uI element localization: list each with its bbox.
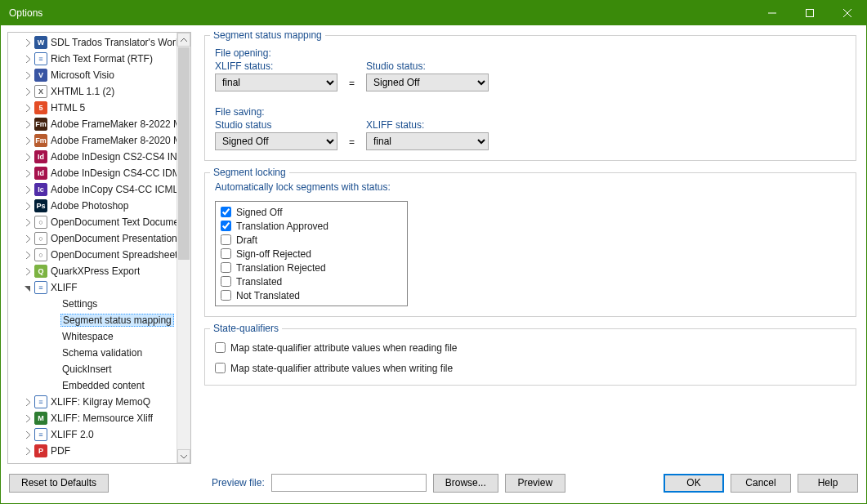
expander-icon[interactable] — [23, 430, 33, 439]
scroll-down-button[interactable] — [177, 449, 190, 463]
tree-item-label: PDF — [51, 445, 70, 457]
map-reading-label: Map state-qualifier attribute values whe… — [230, 342, 458, 354]
tree-item[interactable]: XXHTML 1.1 (2) — [8, 83, 177, 100]
tree-item[interactable]: IcAdobe InCopy CS4-CC ICML — [8, 181, 177, 198]
cancel-button[interactable]: Cancel — [731, 474, 791, 493]
tree-item[interactable]: ≡Rich Text Format (RTF) — [8, 51, 177, 67]
tree-item[interactable]: 5HTML 5 — [8, 100, 177, 116]
preview-file-input[interactable] — [271, 474, 427, 492]
expander-icon[interactable] — [23, 250, 33, 260]
lock-status-checkbox[interactable] — [221, 248, 231, 259]
tree-item[interactable]: Embedded content — [8, 377, 177, 394]
map-reading-checkbox[interactable] — [215, 342, 226, 353]
expander-icon[interactable] — [23, 87, 33, 96]
expander-icon[interactable] — [23, 413, 33, 423]
saving-xliff-combo[interactable]: final — [366, 132, 489, 150]
tree-item[interactable]: VMicrosoft Visio — [8, 67, 177, 83]
expander-icon[interactable] — [23, 119, 33, 129]
tree-item-label: XLIFF: Memsource Xliff — [51, 413, 153, 424]
expander-icon[interactable] — [23, 283, 33, 292]
file-type-icon: ○ — [34, 232, 47, 245]
tree-item[interactable]: ○OpenDocument Spreadsheet ( — [8, 247, 177, 263]
tree-item[interactable]: ○OpenDocument Text Documen — [8, 214, 177, 230]
preview-button[interactable]: Preview — [505, 474, 565, 493]
expander-icon[interactable] — [23, 446, 33, 456]
options-window: Options WSDL Trados Translator's Workb≡R… — [0, 0, 867, 504]
equals-icon: = — [346, 136, 358, 150]
tree-item[interactable]: Schema validation — [8, 345, 177, 361]
expander-icon[interactable] — [23, 266, 33, 276]
browse-button[interactable]: Browse... — [433, 474, 498, 493]
lock-status-checkbox[interactable] — [221, 207, 231, 217]
opening-xliff-combo[interactable]: final — [215, 74, 337, 91]
expander-icon[interactable] — [23, 103, 33, 113]
tree-item[interactable]: Whitespace — [8, 328, 177, 345]
tree-scrollbar[interactable] — [177, 33, 190, 463]
expander-icon[interactable] — [23, 152, 33, 162]
lock-status-checkbox[interactable] — [221, 276, 231, 287]
saving-studio-combo[interactable]: Signed Off — [215, 132, 337, 150]
lock-status-checkbox[interactable] — [221, 234, 231, 245]
tree-item[interactable]: PsAdobe Photoshop — [8, 198, 177, 214]
file-type-icon: ≡ — [34, 428, 47, 441]
help-button[interactable]: Help — [798, 474, 858, 493]
expander-icon[interactable] — [23, 397, 33, 407]
tree-item[interactable]: QQuarkXPress Export — [8, 263, 177, 279]
file-type-icon: Ps — [34, 199, 47, 212]
map-writing-checkbox[interactable] — [215, 363, 226, 373]
expander-icon[interactable] — [23, 70, 33, 80]
locking-description: Automatically lock segments with status: — [215, 181, 846, 193]
ok-button[interactable]: OK — [664, 474, 724, 493]
file-type-icon: ≡ — [34, 281, 47, 294]
expander-icon[interactable] — [23, 54, 33, 64]
lock-status-checkbox[interactable] — [221, 290, 231, 301]
scroll-up-button[interactable] — [177, 33, 190, 47]
tree-item[interactable]: FmAdobe FrameMaker 8-2020 MI — [8, 132, 177, 149]
file-type-icon: V — [34, 69, 47, 82]
reset-defaults-button[interactable]: Reset to Defaults — [9, 474, 109, 493]
maximize-button[interactable] — [791, 1, 829, 25]
expander-icon[interactable] — [23, 201, 33, 211]
lock-status-checkbox[interactable] — [221, 221, 231, 231]
tree-item[interactable]: FmAdobe FrameMaker 8-2022 MI — [8, 116, 177, 132]
tree-item[interactable]: ≡XLIFF 2.0 — [8, 426, 177, 443]
tree-item[interactable]: Segment status mapping — [8, 312, 177, 328]
tree-item[interactable]: WSDL Trados Translator's Workb — [8, 34, 177, 51]
file-type-icon: Q — [34, 265, 47, 278]
lock-status-item: Not Translated — [221, 288, 402, 302]
tree-item-label: Rich Text Format (RTF) — [51, 53, 153, 65]
expander-icon[interactable] — [23, 185, 33, 194]
options-tree: WSDL Trados Translator's Workb≡Rich Text… — [7, 32, 191, 464]
opening-studio-combo[interactable]: Signed Off — [366, 74, 489, 91]
tree-item-label: Adobe InDesign CS2-CS4 INX — [51, 151, 177, 163]
lock-status-checkbox[interactable] — [221, 262, 231, 273]
tree-item[interactable]: MXLIFF: Memsource Xliff — [8, 410, 177, 426]
tree-item[interactable]: ○OpenDocument Presentation ( — [8, 230, 177, 247]
tree-item-label: Adobe Photoshop — [51, 200, 128, 212]
tree-item-label: Adobe InDesign CS4-CC IDML — [51, 167, 177, 179]
tree-item-label: Embedded content — [62, 380, 145, 391]
tree-item[interactable]: PPDF — [8, 443, 177, 459]
tree-item[interactable]: ≡XLIFF — [8, 279, 177, 296]
file-type-icon: Ic — [34, 183, 47, 196]
close-button[interactable] — [829, 1, 866, 25]
expander-icon[interactable] — [23, 136, 33, 145]
tree-item[interactable]: IdAdobe InDesign CS4-CC IDML — [8, 165, 177, 181]
group-legend: State-qualifiers — [210, 323, 282, 334]
file-type-icon: ≡ — [34, 52, 47, 65]
tree-item-label: Adobe FrameMaker 8-2020 MI — [51, 135, 177, 146]
expander-icon[interactable] — [23, 168, 33, 178]
file-type-icon: W — [34, 36, 47, 49]
minimize-button[interactable] — [753, 1, 791, 25]
tree-item-label: Microsoft Visio — [51, 69, 114, 81]
tree-item[interactable]: IdAdobe InDesign CS2-CS4 INX — [8, 149, 177, 165]
scroll-thumb[interactable] — [178, 47, 190, 260]
expander-icon[interactable] — [23, 217, 33, 227]
tree-item[interactable]: Settings — [8, 296, 177, 312]
expander-icon[interactable] — [23, 38, 33, 47]
tree-item-label: XLIFF — [51, 282, 78, 293]
tree-item[interactable]: ≡XLIFF: Kilgray MemoQ — [8, 394, 177, 410]
tree-item[interactable]: QuickInsert — [8, 361, 177, 377]
expander-icon[interactable] — [23, 234, 33, 243]
tree-item-label: SDL Trados Translator's Workb — [51, 37, 177, 48]
